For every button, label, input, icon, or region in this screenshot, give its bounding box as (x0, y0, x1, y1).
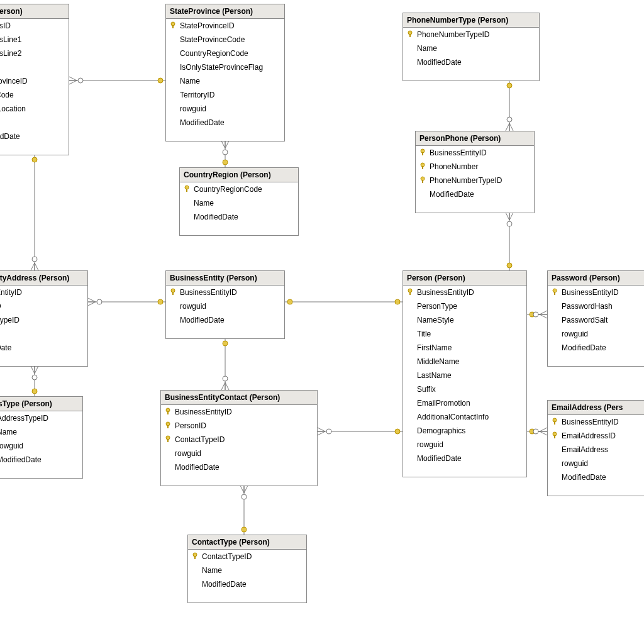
column-row[interactable]: PasswordHash (548, 299, 644, 313)
column-name: LastName (417, 371, 452, 380)
column-row[interactable]: ModifiedDate (166, 116, 284, 130)
column-row[interactable]: Suffix (403, 382, 526, 396)
column-row[interactable]: rowguid (161, 447, 317, 460)
column-row[interactable]: BusinessEntityID (548, 415, 644, 429)
column-row[interactable]: EmailAddress (548, 443, 644, 457)
column-row[interactable]: rovinceID (0, 74, 69, 88)
column-row[interactable]: edDate (0, 130, 69, 143)
column-row[interactable]: rowguid (166, 102, 284, 116)
table-addresstype[interactable]: ressType (Person)AddressTypeIDNamerowgui… (0, 396, 83, 479)
column-row[interactable]: ContactTypeID (161, 433, 317, 447)
svg-rect-3 (172, 25, 174, 28)
svg-point-123 (326, 429, 331, 434)
column-row[interactable]: d (0, 116, 69, 130)
table-address[interactable]: s (Person)ssIDssLine1ssLine2rovinceIDCod… (0, 4, 69, 155)
column-row[interactable] (0, 60, 69, 74)
column-row[interactable]: NameStyle (403, 313, 526, 327)
column-row[interactable]: Name (166, 74, 284, 88)
column-row[interactable]: AdditionalContactInfo (403, 410, 526, 424)
column-row[interactable]: ModifiedDate (0, 453, 82, 467)
column-row[interactable]: ModifiedDate (161, 460, 317, 474)
table-person[interactable]: Person (Person)BusinessEntityIDPersonTyp… (402, 270, 527, 477)
column-row[interactable]: Code (0, 88, 69, 102)
column-row[interactable]: PersonID (161, 419, 317, 433)
column-row[interactable]: ContactTypeID (188, 550, 306, 564)
column-row[interactable]: EmailPromotion (403, 396, 526, 410)
column-row[interactable]: AddressTypeID (0, 411, 82, 425)
column-row[interactable]: rowguid (403, 438, 526, 452)
column-row[interactable]: rowguid (0, 439, 82, 453)
column-row[interactable]: lLocation (0, 102, 69, 116)
table-bec[interactable]: BusinessEntityContact (Person)BusinessEn… (160, 390, 318, 486)
column-row[interactable]: ModifiedDate (548, 470, 644, 484)
column-row[interactable]: MiddleName (403, 355, 526, 369)
column-row[interactable]: LastName (403, 369, 526, 382)
key-icon (170, 21, 176, 30)
column-row[interactable]: TerritoryID (166, 88, 284, 102)
key-spacer (407, 426, 413, 435)
column-name: ContactTypeID (175, 435, 225, 444)
column-row[interactable]: rowguid (548, 327, 644, 341)
key-spacer (192, 580, 198, 589)
svg-rect-13 (422, 180, 423, 183)
column-row[interactable]: BusinessEntityID (161, 405, 317, 419)
column-row[interactable]: ModifiedDate (403, 452, 526, 465)
column-row[interactable]: BusinessEntityID (548, 286, 644, 299)
table-businessentity[interactable]: BusinessEntity (Person)BusinessEntityIDr… (165, 270, 285, 339)
column-row[interactable]: EntityID (0, 286, 87, 299)
table-countryregion[interactable]: CountryRegion (Person)CountryRegionCodeN… (179, 167, 299, 236)
column-row[interactable]: CountryRegionCode (180, 182, 298, 196)
table-bea[interactable]: EntityAddress (Person)EntityIDDTypeIDDat… (0, 270, 88, 367)
column-row[interactable]: ssLine1 (0, 33, 69, 47)
svg-rect-31 (167, 425, 169, 428)
column-row[interactable]: Name (188, 564, 306, 577)
column-row[interactable]: Name (180, 196, 298, 210)
column-row[interactable]: rowguid (166, 299, 284, 313)
column-row[interactable]: ssLine2 (0, 47, 69, 60)
column-row[interactable]: PhoneNumberTypeID (403, 28, 539, 42)
column-name: PasswordHash (562, 302, 613, 311)
column-row[interactable]: EmailAddressID (548, 429, 644, 443)
column-row[interactable]: StateProvinceID (166, 19, 284, 33)
column-row[interactable]: ssID (0, 19, 69, 33)
column-row[interactable]: CountryRegionCode (166, 47, 284, 60)
column-row[interactable]: PhoneNumberTypeID (416, 174, 534, 187)
column-row[interactable]: StateProvinceCode (166, 33, 284, 47)
column-row[interactable]: Demographics (403, 424, 526, 438)
column-row[interactable]: BusinessEntityID (416, 146, 534, 160)
column-row[interactable]: ModifiedDate (548, 341, 644, 355)
table-personphone[interactable]: PersonPhone (Person)BusinessEntityIDPhon… (415, 131, 535, 213)
column-name: rovinceID (0, 77, 28, 86)
table-phonenumbertype[interactable]: PhoneNumberType (Person)PhoneNumberTypeI… (402, 13, 540, 81)
column-name: ModifiedDate (180, 118, 225, 127)
table-stateprovince[interactable]: StateProvince (Person)StateProvinceIDSta… (165, 4, 285, 142)
column-name: AdditionalContactInfo (417, 413, 489, 421)
column-row[interactable]: IsOnlyStateProvinceFlag (166, 60, 284, 74)
column-row[interactable]: rowguid (548, 457, 644, 470)
table-contacttype[interactable]: ContactType (Person)ContactTypeIDNameMod… (187, 535, 307, 603)
column-row[interactable]: Name (0, 425, 82, 439)
column-name: Name (194, 199, 214, 208)
column-row[interactable]: PasswordSalt (548, 313, 644, 327)
column-row[interactable]: Name (403, 42, 539, 55)
column-row[interactable]: ModifiedDate (416, 187, 534, 201)
key-icon (552, 288, 558, 297)
column-row[interactable]: Date (0, 341, 87, 355)
column-row[interactable]: BusinessEntityID (166, 286, 284, 299)
column-row[interactable]: D (0, 299, 87, 313)
column-row[interactable]: ModifiedDate (166, 313, 284, 327)
column-row[interactable] (0, 327, 87, 341)
column-row[interactable]: ModifiedDate (180, 210, 298, 224)
column-row[interactable]: Title (403, 327, 526, 341)
table-emailaddress[interactable]: EmailAddress (PersBusinessEntityIDEmailA… (547, 400, 644, 496)
column-name: EntityID (0, 288, 22, 297)
column-row[interactable]: PhoneNumber (416, 160, 534, 174)
column-name: ModifiedDate (417, 58, 462, 67)
column-row[interactable]: BusinessEntityID (403, 286, 526, 299)
column-row[interactable]: PersonType (403, 299, 526, 313)
column-row[interactable]: ModifiedDate (403, 55, 539, 69)
column-row[interactable]: TypeID (0, 313, 87, 327)
column-row[interactable]: ModifiedDate (188, 577, 306, 591)
table-password[interactable]: Password (Person)BusinessEntityIDPasswor… (547, 270, 644, 367)
column-row[interactable]: FirstName (403, 341, 526, 355)
